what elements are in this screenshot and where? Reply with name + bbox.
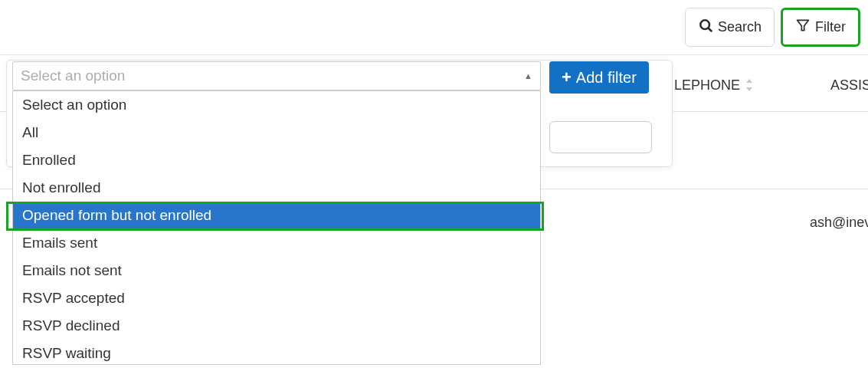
dropdown-option-opened-form[interactable]: Opened form but not enrolled bbox=[13, 202, 540, 229]
add-filter-button[interactable]: + Add filter bbox=[549, 61, 649, 94]
dropdown-option-rsvp-declined[interactable]: RSVP declined bbox=[13, 312, 540, 340]
toolbar-divider bbox=[0, 54, 868, 55]
dropdown-option-enrolled[interactable]: Enrolled bbox=[13, 146, 540, 174]
dropdown-option-emails-not-sent[interactable]: Emails not sent bbox=[13, 257, 540, 284]
secondary-filter-input[interactable] bbox=[549, 121, 652, 153]
dropdown-option-all[interactable]: All bbox=[13, 119, 540, 146]
add-filter-button-label: Add filter bbox=[576, 69, 637, 87]
filter-button-label: Filter bbox=[815, 19, 846, 35]
dropdown-option-rsvp-accepted[interactable]: RSVP accepted bbox=[13, 284, 540, 312]
svg-line-1 bbox=[709, 28, 712, 31]
caret-up-icon: ▲ bbox=[524, 71, 532, 80]
sort-icon bbox=[745, 79, 754, 93]
column-header-telephone[interactable]: LEPHONE bbox=[674, 77, 754, 94]
filter-button[interactable]: Filter bbox=[781, 8, 860, 47]
filter-select-placeholder: Select an option bbox=[21, 67, 125, 84]
dropdown-option-rsvp-waiting[interactable]: RSVP waiting bbox=[13, 340, 540, 365]
dropdown-option-select-an-option[interactable]: Select an option bbox=[13, 91, 540, 119]
table-cell-assistant: ash@inev bbox=[810, 215, 868, 231]
dropdown-option-not-enrolled[interactable]: Not enrolled bbox=[13, 174, 540, 202]
search-icon bbox=[698, 18, 713, 37]
column-header-assistant-label: ASSISTAN bbox=[830, 77, 868, 94]
filter-icon bbox=[795, 18, 811, 37]
filter-select-dropdown[interactable]: Select an option All Enrolled Not enroll… bbox=[12, 90, 541, 365]
search-button-label: Search bbox=[718, 19, 762, 35]
plus-icon: + bbox=[562, 67, 572, 87]
filter-select[interactable]: Select an option ▲ bbox=[12, 61, 541, 90]
column-header-assistant[interactable]: ASSISTAN bbox=[830, 77, 868, 94]
dropdown-option-emails-sent[interactable]: Emails sent bbox=[13, 229, 540, 257]
top-bar: Search Filter bbox=[0, 0, 868, 47]
search-button[interactable]: Search bbox=[685, 8, 775, 47]
svg-marker-2 bbox=[798, 20, 809, 30]
column-header-telephone-label: LEPHONE bbox=[674, 77, 740, 94]
